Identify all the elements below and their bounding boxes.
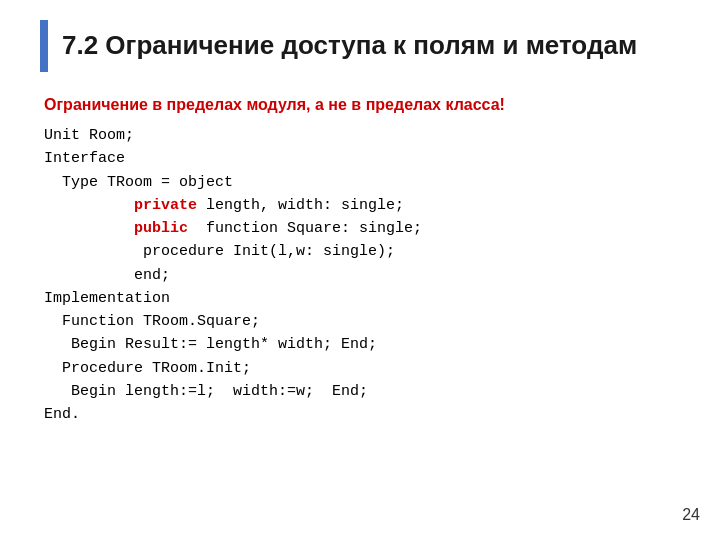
code-line-13: End.: [44, 403, 680, 426]
slide-title: 7.2 Ограничение доступа к полям и метода…: [62, 30, 637, 61]
code-line-9: Function TRoom.Square;: [44, 310, 680, 333]
code-line-5: public function Square: single;: [44, 217, 680, 240]
code-block: Unit Room; Interface Type TRoom = object…: [44, 124, 680, 426]
code-line-2: Interface: [44, 147, 680, 170]
slide: 7.2 Ограничение доступа к полям и метода…: [0, 0, 720, 540]
keyword-public: public: [134, 220, 188, 237]
code-line-1: Unit Room;: [44, 124, 680, 147]
keyword-private: private: [134, 197, 197, 214]
code-line-3: Type TRoom = object: [44, 171, 680, 194]
code-line-4: private length, width: single;: [44, 194, 680, 217]
code-line-10: Begin Result:= length* width; End;: [44, 333, 680, 356]
code-line-12: Begin length:=l; width:=w; End;: [44, 380, 680, 403]
code-line-11: Procedure TRoom.Init;: [44, 357, 680, 380]
title-bar: 7.2 Ограничение доступа к полям и метода…: [40, 20, 680, 72]
subtitle: Ограничение в пределах модуля, а не в пр…: [44, 96, 680, 114]
slide-content: Ограничение в пределах модуля, а не в пр…: [40, 96, 680, 426]
code-line-7: end;: [44, 264, 680, 287]
code-line-6: procedure Init(l,w: single);: [44, 240, 680, 263]
code-line-8: Implementation: [44, 287, 680, 310]
page-number: 24: [682, 506, 700, 524]
title-accent: [40, 20, 48, 72]
